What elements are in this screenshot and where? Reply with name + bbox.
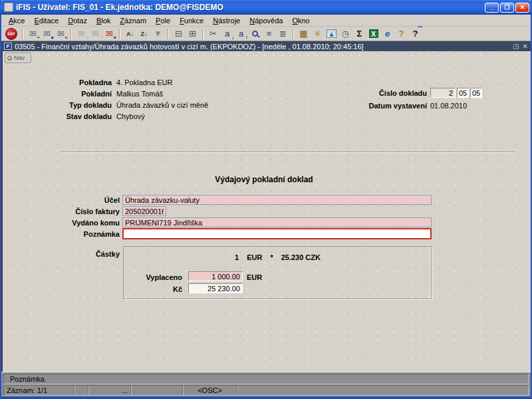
status-message: Poznámka	[10, 375, 45, 383]
nav-tab-label: Nav	[14, 55, 25, 61]
rate-amount: 1	[235, 253, 239, 261]
rate-separator: *	[270, 253, 273, 261]
find-icon[interactable]	[248, 27, 262, 41]
poznamka-label: Poznámka	[40, 230, 120, 238]
document-restore-button[interactable]: ◳	[513, 43, 519, 50]
toolbar-separator	[70, 29, 72, 39]
status-bar: Poznámka Záznam: 1/1 ... <OSC>	[1, 372, 531, 396]
image-icon[interactable]: ▲	[325, 27, 338, 41]
document-icon: F	[4, 43, 12, 50]
exchange-rate-line: 1EUR*25.230 CZK	[124, 253, 432, 261]
edit-field-icon[interactable]: ≣	[276, 27, 290, 41]
status-cell-empty-3	[237, 386, 528, 395]
datum-vystaveni-value: 01.08.2010	[430, 102, 467, 110]
calendar-icon[interactable]: ▦	[297, 27, 311, 41]
exit-button[interactable]: EXIT	[5, 27, 18, 41]
close-button[interactable]: ✕	[515, 3, 529, 13]
ucel-input[interactable]	[122, 195, 432, 205]
kc-input[interactable]	[188, 283, 243, 293]
window-title: iFIS - Uživatel: FIS_01 - Ek.jednotka: D…	[16, 3, 485, 12]
toolbar-separator	[202, 29, 203, 39]
menu-nastroje[interactable]: Nástroje	[208, 15, 245, 26]
print-setup-icon[interactable]: ⊞	[186, 27, 200, 41]
nav-icon	[7, 56, 12, 61]
sum-icon[interactable]: Σ	[352, 27, 366, 41]
cislo-faktury-input[interactable]	[122, 206, 166, 216]
cislo-dokladu-label: Číslo dokladu	[334, 89, 427, 97]
status-record-row: Záznam: 1/1 ... <OSC>	[3, 385, 529, 396]
form-canvas: Nav Pokladna 4. Pokladna EUR Pokladní Ma…	[1, 51, 531, 372]
doc-number-input-3[interactable]	[470, 88, 482, 98]
previous-record-icon[interactable]: ✉ ‹	[74, 27, 88, 41]
insert-record-icon[interactable]: ✉ +	[26, 27, 40, 41]
poznamka-input[interactable]	[122, 228, 432, 239]
cut-icon[interactable]: ✂	[206, 27, 220, 41]
application-window: iFIS - Uživatel: FIS_01 - Ek.jednotka: D…	[0, 0, 532, 399]
user-help-icon[interactable]: ?	[394, 27, 408, 41]
window-bottom-border	[0, 396, 532, 399]
vyplaceno-currency: EUR	[247, 273, 262, 281]
browser-icon[interactable]: e	[380, 27, 394, 41]
menu-funkce[interactable]: Funkce	[175, 15, 208, 26]
stav-dokladu-value: Chybový	[116, 112, 145, 120]
typ-dokladu-label: Typ dokladu	[39, 101, 112, 109]
toolbar: EXIT ✉ + ✉ ● ✉ × ✉ ‹ ✉ › ✉ × A↓	[1, 27, 531, 41]
clock-icon[interactable]: ◷	[338, 27, 352, 41]
magnifier-glyph	[252, 31, 258, 37]
pokladna-label: Pokladna	[39, 78, 112, 86]
typ-dokladu-value: Úhrada závazků v cizí měně	[116, 101, 208, 109]
excel-icon[interactable]: X	[366, 27, 380, 41]
document-close-button[interactable]: ✕	[523, 43, 528, 50]
clear-record-icon[interactable]: ✉ ×	[102, 27, 116, 41]
delete-record-icon[interactable]: ✉ ×	[54, 27, 68, 41]
menu-blok[interactable]: Blok	[92, 15, 115, 26]
menu-akce[interactable]: Akce	[4, 15, 29, 26]
help-icon[interactable]: ? ▔	[408, 27, 422, 41]
vyplaceno-label: Vyplaceno	[130, 273, 182, 281]
status-cell-empty-1	[74, 386, 88, 395]
nav-tab[interactable]: Nav	[5, 53, 31, 63]
document-title: 03505 - Finanční vztahy/Úhrada závazků h…	[15, 43, 509, 51]
copy-field-icon[interactable]: a ↓	[220, 27, 234, 41]
sort-descending-icon[interactable]: Z↓	[137, 27, 151, 41]
filter-icon[interactable]: ▼	[151, 27, 165, 41]
pokladni-value: Malkus Tomáš	[116, 90, 163, 98]
datum-vystaveni-label: Datum vystavení	[334, 102, 427, 110]
rate-value: 25.230 CZK	[281, 253, 321, 261]
ucel-label: Účel	[40, 196, 120, 204]
list-values-icon[interactable]: ≡	[262, 27, 276, 41]
record-count-cell: Záznam: 1/1	[4, 386, 74, 395]
status-cell-empty-2	[131, 386, 183, 395]
status-cell-ellipsis: ...	[88, 386, 131, 395]
castky-label: Částky	[40, 250, 120, 258]
menu-okno[interactable]: Okno	[287, 15, 314, 26]
menu-napoveda[interactable]: Nápověda	[245, 15, 287, 26]
sort-ascending-icon[interactable]: A↓	[123, 27, 137, 41]
print-icon[interactable]: ⊟	[172, 27, 186, 41]
next-record-icon[interactable]: ✉ ›	[88, 27, 102, 41]
pokladna-value: 4. Pokladna EUR	[116, 78, 172, 86]
menu-dotaz[interactable]: Dotaz	[63, 15, 92, 26]
minimize-button[interactable]: _	[485, 3, 499, 13]
paste-field-icon[interactable]: a ↑	[234, 27, 248, 41]
kc-label: Kč	[130, 285, 182, 293]
toolbar-separator	[119, 29, 120, 39]
save-record-icon[interactable]: ✉ ●	[40, 27, 54, 41]
menu-pole[interactable]: Pole	[151, 15, 175, 26]
vydano-komu-input[interactable]	[122, 217, 432, 227]
status-cell-osc: <OSC>	[183, 386, 237, 395]
amounts-groupbox: 1EUR*25.230 CZK Vyplaceno EUR Kč	[123, 246, 432, 299]
menu-editace[interactable]: Editace	[29, 15, 63, 26]
toolbar-separator	[22, 29, 23, 39]
menu-zaznam[interactable]: Záznam	[115, 15, 151, 26]
doc-number-input-2[interactable]	[457, 88, 469, 98]
maximize-button[interactable]: ❐	[500, 3, 514, 13]
stav-dokladu-label: Stav dokladu	[39, 112, 112, 120]
star-icon[interactable]: ✳	[311, 27, 325, 41]
doc-number-input-1[interactable]	[430, 88, 456, 98]
mdi-edge	[1, 51, 3, 372]
pokladni-label: Pokladní	[39, 90, 112, 98]
vydano-komu-label: Vydáno komu	[40, 219, 120, 227]
document-title-bar: F 03505 - Finanční vztahy/Úhrada závazků…	[1, 41, 531, 51]
vyplaceno-input[interactable]	[188, 271, 243, 281]
